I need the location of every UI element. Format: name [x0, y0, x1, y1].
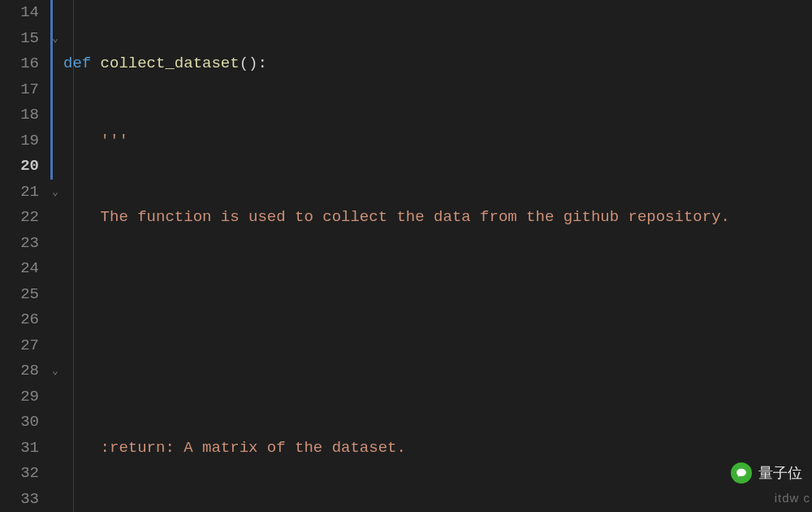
line-number-gutter: 1415161718192021222324252627282930313233 — [0, 0, 47, 512]
fold-toggle — [47, 436, 63, 462]
fold-toggle — [47, 487, 63, 513]
fold-toggle — [47, 231, 63, 257]
code-line[interactable]: ''' — [63, 128, 812, 154]
line-number: 24 — [0, 256, 39, 282]
code-editor[interactable]: 1415161718192021222324252627282930313233… — [0, 0, 812, 512]
fold-toggle — [47, 102, 63, 128]
fold-toggle — [47, 410, 63, 436]
line-number: 32 — [0, 461, 39, 487]
fold-toggle[interactable]: ⌄ — [47, 180, 63, 206]
code-line[interactable]: :return: A matrix of the dataset. — [63, 436, 812, 462]
line-number: 33 — [0, 487, 39, 513]
watermark-label: 量子位 — [758, 461, 802, 487]
line-number: 27 — [0, 333, 39, 359]
line-number: 30 — [0, 410, 39, 436]
line-number: 18 — [0, 102, 39, 128]
fold-toggle — [47, 461, 63, 487]
fold-toggle — [47, 0, 63, 26]
code-line[interactable]: def collect_dataset(): — [63, 51, 812, 77]
corner-watermark: itdw c — [775, 485, 810, 511]
code-line[interactable] — [63, 358, 812, 384]
fold-toggle — [47, 282, 63, 308]
line-number: 15 — [0, 26, 39, 52]
line-number: 17 — [0, 77, 39, 103]
fold-toggle — [47, 256, 63, 282]
line-number: 28 — [0, 358, 39, 384]
fold-toggle — [47, 77, 63, 103]
line-number: 16 — [0, 51, 39, 77]
fold-toggle — [47, 307, 63, 333]
code-line[interactable]: The function is used to collect the data… — [63, 205, 812, 231]
line-number: 22 — [0, 205, 39, 231]
wechat-icon — [731, 462, 752, 484]
line-number: 23 — [0, 231, 39, 257]
fold-toggle[interactable]: ⌄ — [47, 358, 63, 384]
line-number: 26 — [0, 307, 39, 333]
fold-toggle — [47, 333, 63, 359]
line-number: 31 — [0, 436, 39, 462]
line-number: 25 — [0, 282, 39, 308]
fold-toggle — [47, 128, 63, 154]
code-line[interactable] — [63, 282, 812, 308]
fold-toggle — [47, 205, 63, 231]
line-number: 19 — [0, 128, 39, 154]
watermark: 量子位 — [731, 461, 802, 487]
fold-column: ⌄⌄⌄ — [47, 0, 63, 512]
fold-toggle — [47, 154, 63, 180]
fold-toggle — [47, 384, 63, 410]
fold-toggle[interactable]: ⌄ — [47, 26, 63, 52]
fold-toggle — [47, 51, 63, 77]
line-number: 20 — [0, 154, 39, 180]
line-number: 14 — [0, 0, 39, 26]
line-number: 21 — [0, 180, 39, 206]
line-number: 29 — [0, 384, 39, 410]
code-area[interactable]: def collect_dataset(): ''' The function … — [63, 0, 812, 512]
